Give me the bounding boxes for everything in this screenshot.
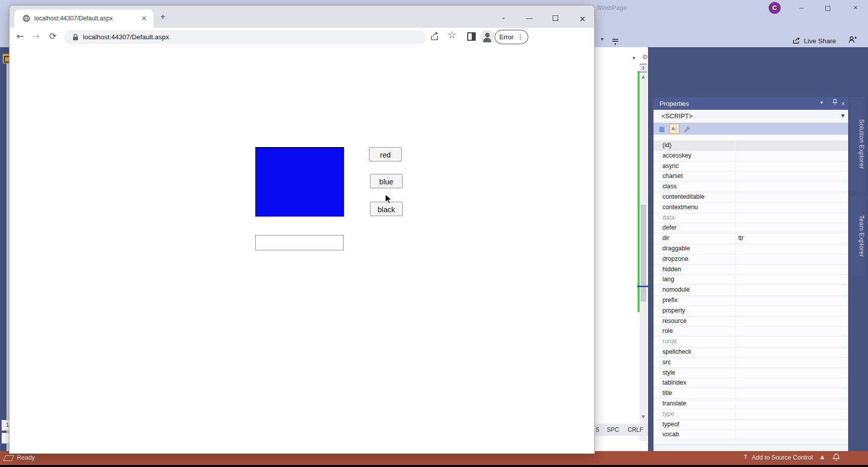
property-value[interactable] bbox=[735, 389, 848, 398]
property-row[interactable]: tabIndex bbox=[653, 378, 848, 389]
close-icon[interactable]: × bbox=[841, 100, 845, 107]
property-row[interactable]: lang bbox=[653, 275, 848, 285]
tab-close-icon[interactable]: ✕ bbox=[140, 14, 148, 23]
property-row[interactable]: draggable bbox=[653, 244, 848, 254]
property-row[interactable]: (id) bbox=[653, 141, 848, 151]
share-icon[interactable] bbox=[430, 31, 439, 43]
color-text-input[interactable] bbox=[255, 235, 344, 250]
profile-avatar[interactable] bbox=[480, 30, 494, 44]
property-value[interactable] bbox=[735, 347, 848, 357]
property-value[interactable] bbox=[735, 151, 848, 161]
property-row[interactable]: type bbox=[653, 409, 848, 420]
bell-icon[interactable] bbox=[832, 453, 840, 463]
property-value[interactable] bbox=[735, 316, 848, 326]
property-value[interactable] bbox=[735, 337, 848, 347]
property-row[interactable]: translate bbox=[653, 399, 848, 409]
property-row[interactable]: style bbox=[653, 368, 848, 379]
vertical-tab-team-explorer[interactable]: Team Explorer bbox=[850, 195, 865, 277]
vs-toolbar-overflow-icon[interactable]: ▾ bbox=[612, 38, 619, 46]
categorized-view-icon[interactable]: ▦ bbox=[657, 124, 666, 133]
browser-maximize-button[interactable] bbox=[553, 15, 558, 21]
property-row[interactable]: async bbox=[653, 161, 848, 172]
property-row[interactable]: prefix bbox=[653, 296, 848, 306]
blue-button[interactable]: blue bbox=[370, 174, 403, 188]
vertical-tab-solution-explorer[interactable]: Solution Explorer bbox=[850, 97, 865, 191]
browser-menu-button[interactable]: Error ⋮ bbox=[495, 30, 528, 44]
property-row[interactable]: hidden bbox=[653, 265, 848, 275]
property-row[interactable]: typeof bbox=[653, 420, 848, 430]
add-to-source-control-button[interactable]: Add to Source Control bbox=[752, 454, 813, 461]
tab-search-icon[interactable]: ⌄ bbox=[498, 14, 509, 20]
property-row[interactable]: role bbox=[653, 326, 848, 337]
forward-icon[interactable]: → bbox=[32, 32, 40, 41]
property-value[interactable] bbox=[735, 203, 848, 213]
vs-live-share-button[interactable]: Live Share bbox=[793, 36, 836, 46]
property-value[interactable] bbox=[735, 182, 848, 192]
property-value[interactable] bbox=[735, 141, 848, 151]
property-row[interactable]: spellcheck bbox=[653, 347, 848, 358]
red-button[interactable]: red bbox=[369, 147, 402, 161]
property-row[interactable]: accesskey bbox=[653, 151, 848, 161]
property-value[interactable] bbox=[735, 326, 848, 336]
property-value[interactable] bbox=[735, 285, 848, 295]
property-row[interactable]: title bbox=[653, 389, 848, 399]
property-row[interactable]: data- bbox=[653, 213, 848, 224]
property-value[interactable] bbox=[735, 378, 848, 388]
browser-close-button[interactable]: ✕ bbox=[577, 14, 588, 24]
property-row[interactable]: nomodule bbox=[653, 285, 848, 296]
new-tab-button[interactable]: + bbox=[160, 13, 165, 20]
property-value[interactable] bbox=[735, 275, 848, 285]
property-value[interactable] bbox=[735, 171, 848, 181]
editor-gear-icon[interactable]: ⚙ bbox=[642, 54, 648, 60]
property-row[interactable]: vocab bbox=[653, 430, 848, 440]
chevron-up-icon[interactable]: ▲ bbox=[820, 455, 824, 460]
property-value[interactable]: ltr bbox=[735, 234, 848, 243]
property-row[interactable]: property bbox=[653, 306, 848, 316]
alphabetical-sort-icon[interactable]: A↓ bbox=[669, 124, 679, 134]
property-value[interactable] bbox=[735, 399, 848, 409]
back-icon[interactable]: ← bbox=[16, 32, 24, 41]
scroll-up-icon[interactable]: ▲ bbox=[640, 75, 647, 79]
property-pages-icon[interactable] bbox=[682, 124, 691, 133]
property-row[interactable]: class bbox=[653, 182, 848, 192]
browser-minimize-button[interactable]: — bbox=[524, 14, 535, 22]
property-row[interactable]: dirltr bbox=[653, 234, 848, 244]
property-value[interactable] bbox=[735, 161, 848, 171]
vs-close-button[interactable]: × bbox=[850, 3, 862, 11]
property-row[interactable]: charset bbox=[653, 171, 848, 182]
editor-dropdown-icon[interactable]: ▾ bbox=[633, 56, 635, 61]
property-value[interactable] bbox=[735, 244, 848, 254]
property-row[interactable]: dropzone bbox=[653, 254, 848, 265]
panel-menu-icon[interactable]: ▾ bbox=[820, 100, 823, 105]
address-bar[interactable]: localhost:44307/Default.aspx bbox=[64, 30, 427, 44]
property-value[interactable] bbox=[735, 192, 848, 202]
property-value[interactable] bbox=[735, 368, 848, 378]
pin-icon[interactable] bbox=[832, 99, 838, 107]
property-value[interactable] bbox=[735, 420, 848, 430]
property-row[interactable]: runat bbox=[653, 337, 848, 347]
property-row[interactable]: resource bbox=[653, 316, 848, 327]
property-value[interactable] bbox=[735, 296, 848, 306]
property-row[interactable]: contenteditable bbox=[653, 192, 848, 203]
vs-restore-button[interactable] bbox=[825, 6, 830, 11]
property-row[interactable]: src bbox=[653, 358, 848, 368]
vs-minimize-button[interactable]: – bbox=[796, 3, 807, 11]
property-value[interactable] bbox=[735, 223, 848, 233]
property-row[interactable]: contextmenu bbox=[653, 203, 848, 213]
property-value[interactable] bbox=[735, 254, 848, 264]
property-row[interactable]: defer bbox=[653, 223, 848, 234]
property-value[interactable] bbox=[735, 358, 848, 368]
scroll-down-icon[interactable]: ▼ bbox=[640, 415, 647, 419]
side-panel-icon[interactable] bbox=[467, 32, 476, 41]
reload-icon[interactable]: ⟳ bbox=[49, 32, 57, 41]
editor-splitter-handle[interactable]: ↕ bbox=[640, 64, 647, 73]
properties-object-combobox[interactable]: <SCRIPT> ▼ bbox=[653, 110, 848, 123]
property-value[interactable] bbox=[735, 430, 848, 440]
property-value[interactable] bbox=[735, 306, 848, 316]
browser-tab[interactable]: localhost:44307/Default.aspx ✕ bbox=[14, 9, 153, 28]
bookmark-star-icon[interactable]: ☆ bbox=[447, 30, 456, 40]
vs-feedback-icon[interactable] bbox=[848, 36, 857, 46]
property-value[interactable] bbox=[735, 409, 848, 419]
property-value[interactable] bbox=[735, 213, 848, 223]
property-value[interactable] bbox=[735, 265, 848, 275]
